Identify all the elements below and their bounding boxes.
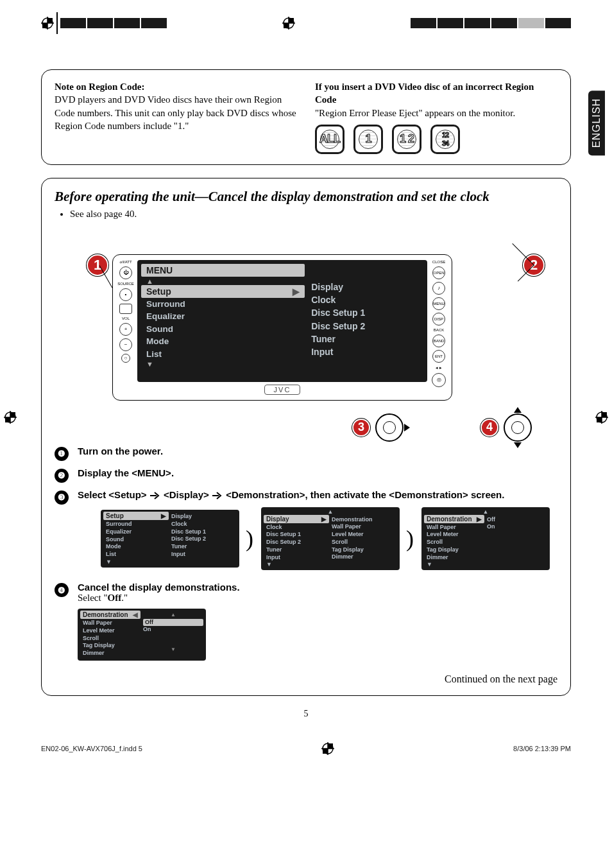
region-icon-1: 1: [353, 125, 383, 154]
menu-list: Surround Equalizer Sound Mode List: [141, 298, 305, 361]
registration-mark-center: [282, 17, 295, 30]
submenu-list: Display Clock Disc Setup 1 Disc Setup 2 …: [311, 281, 421, 359]
callout-3: 3: [352, 419, 370, 437]
dpad-up-down[interactable]: [504, 413, 532, 442]
region-if-body: "Region Error Please Eject" appears on t…: [315, 107, 557, 119]
color-tabs-left: [60, 18, 167, 28]
instruction-steps: ❶ Turn on the power. ❷ Display the <MENU…: [55, 446, 557, 666]
see-also: See also page 40.: [70, 209, 557, 220]
dpad-left-right[interactable]: [375, 413, 404, 442]
registration-mark-side-left: [4, 411, 17, 424]
svg-rect-3: [47, 18, 53, 23]
before-operating-section: Before operating the unit—Cancel the dis…: [41, 178, 571, 696]
source-button[interactable]: •: [119, 288, 132, 301]
mini-screen-setup: Setup▶ SurroundEqualizerSoundModeList Di…: [101, 510, 239, 567]
section-title: Before operating the unit—Cancel the dis…: [55, 189, 557, 205]
ent-button[interactable]: ENT: [432, 350, 445, 363]
mode-button[interactable]: [119, 304, 132, 314]
footer-filename: EN02-06_KW-AVX706J_f.indd 5: [41, 745, 142, 752]
arrow-icon: [212, 491, 223, 502]
power-button[interactable]: ⏻: [119, 266, 132, 279]
mini-screen-off: Demonstration◀ Wall PaperLevel MeterScro…: [78, 609, 206, 660]
callout-1: 1: [87, 254, 108, 276]
callout-4: 4: [480, 419, 498, 437]
jog-dial[interactable]: ◎: [432, 373, 446, 387]
device-frame: o/I/ATT ⏻ SOURCE • VOL + − ○ MENU ▲ Setu…: [112, 254, 452, 401]
region-note-body: DVD players and DVD Video discs have the…: [55, 93, 297, 132]
step-number-4: ❹: [55, 583, 69, 597]
color-tabs-right: [411, 18, 571, 28]
mini-screen-demonstration: ▲ Demonstration▶ Wall PaperLevel MeterSc…: [421, 507, 550, 570]
up-indicator: ▲: [141, 278, 305, 285]
step-1-text: Turn on the power.: [78, 446, 163, 456]
svg-rect-9: [284, 23, 289, 28]
step-number-2: ❷: [55, 469, 69, 483]
vol-down-button[interactable]: −: [119, 338, 132, 351]
region-icon-12: 1 2: [392, 125, 421, 154]
region-if-title: If you insert a DVD Video disc of an inc…: [315, 80, 557, 107]
svg-rect-24: [597, 417, 602, 422]
continued-text: Continued on the next page: [55, 673, 557, 685]
menu-title: MENU: [141, 264, 305, 277]
svg-rect-14: [323, 749, 328, 754]
device-illustration: 1 2 o/I/ATT ⏻ SOURCE • VOL + − ○ MENU ▲: [112, 254, 557, 401]
step-3-text: Select <Setup> <Display> <Demonstration>…: [78, 489, 504, 500]
svg-rect-23: [602, 412, 607, 417]
region-icon-1234: 1234: [430, 125, 460, 154]
region-note-title: Note on Region Code:: [55, 80, 297, 93]
reset-button[interactable]: ○: [121, 354, 130, 363]
down-indicator: ▼: [141, 361, 305, 368]
leader-line-2: [497, 243, 534, 281]
step-number-1: ❶: [55, 447, 69, 461]
device-screen: MENU ▲ Setup▶ Surround Equalizer Sound M…: [137, 260, 427, 382]
vol-up-button[interactable]: +: [119, 323, 132, 336]
step-number-3: ❸: [55, 490, 69, 505]
mini-screen-display: ▲ Display▶ ClockDisc Setup 1Disc Setup 2…: [261, 507, 400, 570]
arrow-icon: [149, 491, 161, 502]
svg-rect-19: [5, 417, 10, 422]
registration-mark-side-right: [595, 411, 608, 424]
brand-logo: JVC: [264, 385, 301, 395]
dpad-callouts: 3 4: [55, 413, 557, 442]
menu-selected-setup[interactable]: Setup▶: [141, 285, 305, 298]
menu-button[interactable]: MENU: [432, 297, 445, 310]
registration-mark-left: [41, 17, 54, 30]
print-footer: EN02-06_KW-AVX706J_f.indd 5 8/3/06 2:13:…: [41, 742, 571, 755]
english-side-tab: ENGLISH: [588, 91, 605, 155]
step-4-body: Select "Off.": [78, 593, 240, 603]
svg-rect-4: [42, 23, 47, 28]
band-button[interactable]: BAND: [432, 334, 445, 347]
left-button-column: o/I/ATT ⏻ SOURCE • VOL + − ○: [118, 260, 133, 395]
svg-rect-8: [289, 18, 294, 23]
step-2-text: Display the <MENU>.: [78, 467, 174, 478]
footer-timestamp: 8/3/06 2:13:39 PM: [513, 745, 571, 752]
crop-marks-bar: [41, 15, 571, 31]
region-code-icons: ALL 1 1 2 1234: [315, 125, 557, 154]
step-4-title: Cancel the display demonstrations.: [78, 582, 240, 593]
registration-mark-footer: [321, 742, 334, 755]
region-icon-all: ALL: [315, 125, 344, 154]
right-button-column: CLOSE OPEN ♪ MENU DISP BACK BAND ENT ◂ ▸…: [431, 260, 446, 395]
page-number: 5: [41, 709, 571, 719]
svg-rect-18: [10, 412, 15, 417]
disp-button[interactable]: DISP: [432, 313, 445, 326]
mini-screens-row: Setup▶ SurroundEqualizerSoundModeList Di…: [101, 507, 550, 570]
eq-button[interactable]: ♪: [432, 282, 445, 295]
open-button[interactable]: OPEN: [432, 266, 445, 279]
region-code-box: ENGLISH Note on Region Code: DVD players…: [41, 69, 571, 165]
crop-line: [56, 12, 58, 34]
svg-rect-13: [328, 743, 333, 749]
